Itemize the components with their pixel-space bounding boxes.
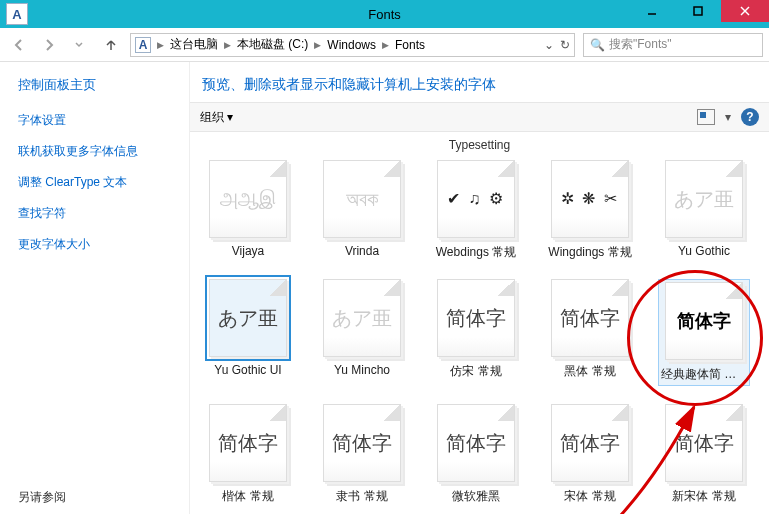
font-preview-glyph: 简体字 xyxy=(446,433,506,453)
font-thumbnail: அஆஇ xyxy=(209,160,287,238)
font-item[interactable]: 简体字黑体 常规 xyxy=(544,279,636,386)
sidebar-footer: 另请参阅 xyxy=(18,489,66,506)
font-preview-glyph: 简体字 xyxy=(677,312,731,330)
font-label: 微软雅黑 xyxy=(430,488,522,505)
font-thumbnail: 简体字 xyxy=(437,279,515,357)
organize-button[interactable]: 组织 ▾ xyxy=(200,109,233,126)
font-item[interactable]: あア亜Yu Mincho xyxy=(316,279,408,386)
sidebar-item-online-fonts[interactable]: 联机获取更多字体信息 xyxy=(18,143,171,160)
font-preview-glyph: ✲ ❋ ✂ xyxy=(561,191,619,207)
font-item[interactable]: 简体字楷体 常规 xyxy=(202,404,294,505)
page-title: 预览、删除或者显示和隐藏计算机上安装的字体 xyxy=(202,76,757,94)
font-label: Wingdings 常规 xyxy=(544,244,636,261)
chevron-right-icon: ▶ xyxy=(224,40,231,50)
font-thumbnail: 简体字 xyxy=(551,279,629,357)
font-thumbnail: 简体字 xyxy=(437,404,515,482)
group-label: Typesetting xyxy=(202,138,757,152)
toolbar: A ▶ 这台电脑 ▶ 本地磁盘 (C:) ▶ Windows ▶ Fonts ⌄… xyxy=(0,28,769,62)
main-panel: 预览、删除或者显示和隐藏计算机上安装的字体 组织 ▾ ▾ ? Typesetti… xyxy=(190,62,769,514)
font-thumbnail: অবক xyxy=(323,160,401,238)
search-icon: 🔍 xyxy=(590,38,605,52)
font-preview-glyph: 简体字 xyxy=(674,433,734,453)
font-preview-glyph: ✔ ♫ ⚙ xyxy=(447,191,505,207)
font-preview-glyph: অবক xyxy=(346,189,378,209)
chevron-right-icon: ▶ xyxy=(314,40,321,50)
search-input[interactable]: 🔍 搜索"Fonts" xyxy=(583,33,763,57)
font-preview-glyph: あア亜 xyxy=(674,189,734,209)
font-preview-glyph: あア亜 xyxy=(218,308,278,328)
breadcrumb[interactable]: Windows xyxy=(327,38,376,52)
close-button[interactable] xyxy=(721,0,769,22)
back-button[interactable] xyxy=(6,33,32,57)
sidebar-item-font-settings[interactable]: 字体设置 xyxy=(18,112,171,129)
svg-rect-1 xyxy=(694,7,702,15)
font-label: 宋体 常规 xyxy=(544,488,636,505)
font-item[interactable]: 简体字隶书 常规 xyxy=(316,404,408,505)
sidebar-item-find-char[interactable]: 查找字符 xyxy=(18,205,171,222)
titlebar: A Fonts xyxy=(0,0,769,28)
app-icon: A xyxy=(6,3,28,25)
sidebar: 控制面板主页 字体设置 联机获取更多字体信息 调整 ClearType 文本 查… xyxy=(0,62,190,514)
font-label: Yu Mincho xyxy=(316,363,408,377)
search-placeholder: 搜索"Fonts" xyxy=(609,36,672,53)
view-options-button[interactable] xyxy=(697,109,715,125)
breadcrumb[interactable]: Fonts xyxy=(395,38,425,52)
up-button[interactable] xyxy=(100,34,122,56)
minimize-button[interactable] xyxy=(629,0,675,22)
font-item[interactable]: 简体字宋体 常规 xyxy=(544,404,636,505)
font-preview-glyph: 简体字 xyxy=(560,433,620,453)
sidebar-item-font-size[interactable]: 更改字体大小 xyxy=(18,236,171,253)
address-bar[interactable]: A ▶ 这台电脑 ▶ 本地磁盘 (C:) ▶ Windows ▶ Fonts ⌄… xyxy=(130,33,575,57)
dropdown-icon[interactable]: ⌄ xyxy=(544,38,554,52)
font-label: 隶书 常规 xyxy=(316,488,408,505)
chevron-down-icon[interactable]: ▾ xyxy=(725,110,731,124)
font-item[interactable]: ✔ ♫ ⚙Webdings 常规 xyxy=(430,160,522,261)
help-icon[interactable]: ? xyxy=(741,108,759,126)
breadcrumb[interactable]: 这台电脑 xyxy=(170,36,218,53)
font-label: Yu Gothic UI xyxy=(202,363,294,377)
font-thumbnail: 简体字 xyxy=(665,404,743,482)
font-label: Yu Gothic xyxy=(658,244,750,258)
font-preview-glyph: 简体字 xyxy=(332,433,392,453)
font-thumbnail: ✔ ♫ ⚙ xyxy=(437,160,515,238)
font-label: 黑体 常规 xyxy=(544,363,636,380)
forward-button[interactable] xyxy=(36,33,62,57)
location-icon: A xyxy=(135,37,151,53)
font-item[interactable]: ✲ ❋ ✂Wingdings 常规 xyxy=(544,160,636,261)
sidebar-header[interactable]: 控制面板主页 xyxy=(18,76,171,94)
window-controls xyxy=(629,0,769,28)
font-preview-glyph: 简体字 xyxy=(446,308,506,328)
font-item[interactable]: あア亜Yu Gothic UI xyxy=(202,279,294,386)
font-grid: Typesetting அஆஇVijayaঅবকVrinda✔ ♫ ⚙Webdi… xyxy=(190,132,769,514)
chevron-right-icon: ▶ xyxy=(157,40,164,50)
font-label: 新宋体 常规 xyxy=(658,488,750,505)
font-item[interactable]: 简体字仿宋 常规 xyxy=(430,279,522,386)
font-preview-glyph: 简体字 xyxy=(218,433,278,453)
font-thumbnail: あア亜 xyxy=(665,160,743,238)
window-title: Fonts xyxy=(368,7,401,22)
maximize-button[interactable] xyxy=(675,0,721,22)
font-item[interactable]: 简体字经典趣体简 常规 xyxy=(658,279,750,386)
font-thumbnail: 简体字 xyxy=(665,282,743,360)
font-preview-glyph: 简体字 xyxy=(560,308,620,328)
organize-bar: 组织 ▾ ▾ ? xyxy=(190,102,769,132)
font-preview-glyph: あア亜 xyxy=(332,308,392,328)
recent-dropdown[interactable] xyxy=(66,33,92,57)
font-label: Vijaya xyxy=(202,244,294,258)
font-label: 经典趣体简 常规 xyxy=(661,366,747,383)
font-item[interactable]: 简体字微软雅黑 xyxy=(430,404,522,505)
font-label: Vrinda xyxy=(316,244,408,258)
font-thumbnail: 简体字 xyxy=(323,404,401,482)
font-thumbnail: ✲ ❋ ✂ xyxy=(551,160,629,238)
font-item[interactable]: অবকVrinda xyxy=(316,160,408,261)
font-item[interactable]: あア亜Yu Gothic xyxy=(658,160,750,261)
font-label: 楷体 常规 xyxy=(202,488,294,505)
font-preview-glyph: அஆஇ xyxy=(220,189,276,209)
refresh-icon[interactable]: ↻ xyxy=(560,38,570,52)
font-item[interactable]: 简体字新宋体 常规 xyxy=(658,404,750,505)
font-thumbnail: あア亜 xyxy=(323,279,401,357)
font-label: Webdings 常规 xyxy=(430,244,522,261)
font-item[interactable]: அஆஇVijaya xyxy=(202,160,294,261)
sidebar-item-cleartype[interactable]: 调整 ClearType 文本 xyxy=(18,174,171,191)
breadcrumb[interactable]: 本地磁盘 (C:) xyxy=(237,36,308,53)
